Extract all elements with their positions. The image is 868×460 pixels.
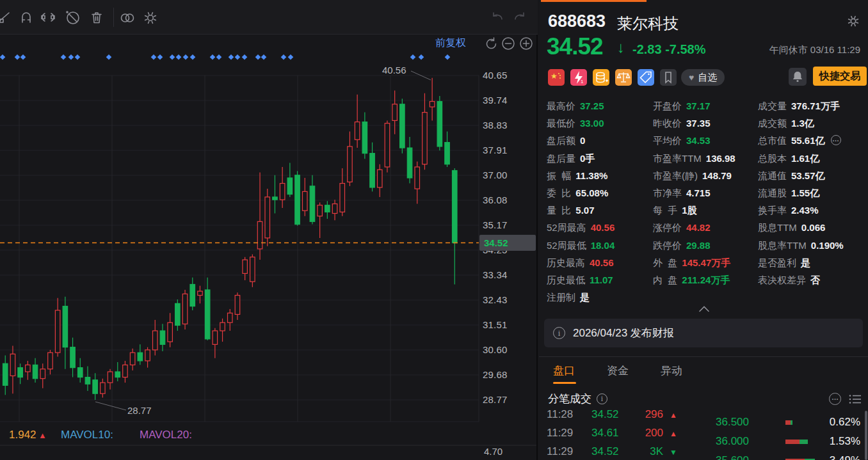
scrollbar-thumb[interactable] xyxy=(865,411,867,460)
event-marker-diamond[interactable] xyxy=(61,54,67,60)
stat-item: 内 盘211.24万手 xyxy=(653,271,730,289)
stat-item: 成交量376.71万手 xyxy=(758,97,840,115)
price-axis-label: 37.91 xyxy=(483,145,508,155)
event-marker-diamond[interactable] xyxy=(229,54,234,60)
svg-text:1: 1 xyxy=(581,79,584,84)
stat-value: 0.190% xyxy=(811,237,844,254)
alert-bell-icon[interactable] xyxy=(789,68,807,86)
scale-badge-icon[interactable] xyxy=(615,69,632,86)
stat-value: 65.08% xyxy=(575,184,608,202)
trendline-tool-icon[interactable] xyxy=(0,9,12,26)
event-marker-diamond[interactable] xyxy=(190,54,196,60)
bookmark-badge-icon[interactable] xyxy=(660,69,677,86)
event-marker-diamond[interactable] xyxy=(157,54,163,60)
candlestick-chart[interactable]: 40.5628.77 xyxy=(0,35,538,460)
magnet-icon[interactable] xyxy=(18,9,35,26)
cn-market-flag-icon[interactable]: ★ xyxy=(548,69,565,86)
stat-value: 0 xyxy=(580,132,585,149)
stat-label: 振 幅 xyxy=(547,167,571,184)
dist-price[interactable]: 36.500 xyxy=(716,416,749,429)
quick-trade-button[interactable]: 快捷交易 xyxy=(813,67,867,86)
dist-price[interactable]: 36.000 xyxy=(716,435,749,448)
event-marker-diamond[interactable] xyxy=(20,54,26,60)
stat-item: 昨收价37.35 xyxy=(653,115,711,132)
price-axis-label: 31.51 xyxy=(483,319,508,330)
undo-icon[interactable] xyxy=(489,9,506,26)
dist-volume-bar xyxy=(785,440,808,444)
stat-item: 历史最低11.07 xyxy=(547,271,613,289)
redo-icon[interactable] xyxy=(511,9,528,26)
event-marker-diamond[interactable] xyxy=(288,54,294,60)
event-marker-diamond[interactable] xyxy=(281,54,287,60)
tag-badge-icon[interactable] xyxy=(638,69,654,86)
event-marker-diamond[interactable] xyxy=(210,54,216,60)
tab-yidong[interactable]: 异动 xyxy=(661,363,682,378)
event-marker-diamond[interactable] xyxy=(176,54,182,60)
stat-label: 成交量 xyxy=(758,97,787,115)
event-marker-diamond[interactable] xyxy=(183,54,189,60)
dist-price[interactable]: 35.600 xyxy=(716,454,749,460)
trade-time[interactable]: 11:28 xyxy=(547,408,573,421)
info-icon[interactable]: i xyxy=(597,393,607,404)
candle-body xyxy=(378,170,383,187)
add-watchlist-button[interactable]: ♥ 自选 xyxy=(681,69,725,86)
coins-badge-icon[interactable] xyxy=(593,69,609,86)
trade-price[interactable]: 34.61 xyxy=(591,427,619,440)
stat-value: 37.25 xyxy=(580,97,604,115)
list-view-icon[interactable] xyxy=(849,394,862,404)
candle-body xyxy=(213,331,218,344)
stat-value: 0手 xyxy=(580,150,595,167)
event-marker-diamond[interactable] xyxy=(0,54,5,60)
event-marker-diamond[interactable] xyxy=(15,54,20,60)
trade-volume[interactable]: 200 xyxy=(622,427,663,440)
hide-drawings-icon[interactable] xyxy=(64,9,81,26)
trade-time[interactable]: 11:29 xyxy=(547,427,573,440)
earnings-announcement-card[interactable]: i 2026/04/23 发布财报 xyxy=(544,319,863,347)
collapse-chevron-icon[interactable] xyxy=(699,303,709,310)
trade-volume[interactable]: 3K xyxy=(622,445,663,458)
stat-label: 量 比 xyxy=(547,202,571,219)
active-tab-accent-bar xyxy=(541,0,647,2)
price-axis-label: 37.00 xyxy=(483,170,508,180)
tab-zijin[interactable]: 资金 xyxy=(607,363,629,378)
delete-drawings-icon[interactable] xyxy=(88,9,105,26)
event-marker-diamond[interactable] xyxy=(419,54,424,60)
chart-settings-gear-icon[interactable] xyxy=(142,9,159,26)
event-marker-diamond[interactable] xyxy=(216,54,222,60)
stat-label: 历史最低 xyxy=(547,271,585,289)
stat-value: 是 xyxy=(580,289,590,306)
event-marker-diamond[interactable] xyxy=(445,54,451,60)
trade-volume[interactable]: 296 xyxy=(622,408,663,421)
more-options-icon[interactable]: … xyxy=(829,393,841,405)
panel-settings-gear-icon[interactable] xyxy=(846,14,860,28)
event-marker-diamond[interactable] xyxy=(242,54,248,60)
event-marker-diamond[interactable] xyxy=(106,54,112,60)
price-axis-label: 29.68 xyxy=(483,369,508,380)
stat-value: 37.17 xyxy=(686,97,711,115)
event-marker-diamond[interactable] xyxy=(410,54,416,60)
tab-pankou[interactable]: 盘口 xyxy=(553,363,575,378)
event-marker-diamond[interactable] xyxy=(68,54,74,60)
trade-price[interactable]: 34.52 xyxy=(591,445,619,458)
volume-value: 1.942 xyxy=(9,429,36,441)
more-info-icon[interactable]: … xyxy=(831,135,841,145)
event-marker-diamond[interactable] xyxy=(255,54,261,60)
price-axis-label: 36.08 xyxy=(483,194,508,205)
candle-body xyxy=(175,303,181,325)
event-marker-diamond[interactable] xyxy=(261,54,267,60)
overlap-compare-icon[interactable] xyxy=(119,9,136,26)
lightning-badge-icon[interactable]: 1 xyxy=(570,69,587,86)
trade-time[interactable]: 11:29 xyxy=(547,445,573,458)
event-marker-diamond[interactable] xyxy=(235,54,241,60)
continuous-draw-icon[interactable] xyxy=(40,9,56,26)
candle-body xyxy=(85,377,90,385)
candle-body xyxy=(198,291,203,295)
event-marker-diamond[interactable] xyxy=(151,54,157,60)
event-marker-diamond[interactable] xyxy=(170,54,175,60)
stat-label: 盘后额 xyxy=(547,132,575,149)
price-axis-label: 28.77 xyxy=(483,394,508,405)
stat-item: 流通股1.55亿 xyxy=(758,184,819,202)
candle-body xyxy=(422,113,428,164)
event-marker-diamond[interactable] xyxy=(75,54,81,60)
trade-price[interactable]: 34.52 xyxy=(591,408,619,421)
